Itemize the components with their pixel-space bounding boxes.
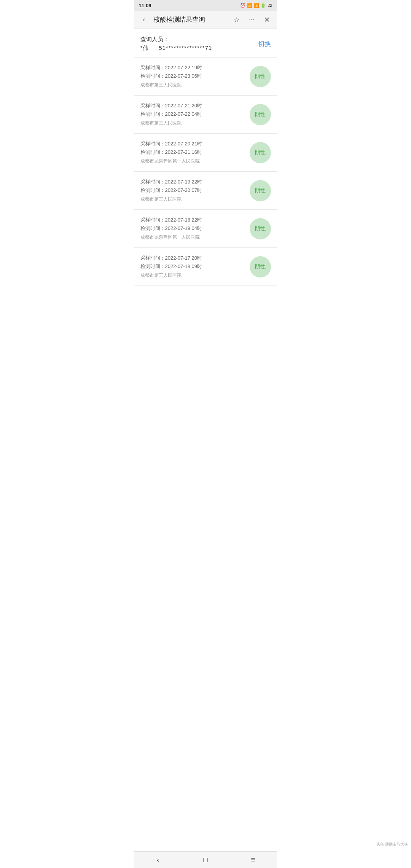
detect-time-row: 检测时间：2022-07-23 06时	[140, 73, 245, 80]
more-button[interactable]: ···	[246, 14, 258, 26]
status-time: 11:09	[139, 3, 151, 8]
sample-time-row: 采样时间：2022-07-20 21时	[140, 140, 245, 147]
hospital-name: 成都市第三人民医院	[140, 120, 245, 126]
switch-button[interactable]: 切换	[258, 40, 271, 48]
user-info-section: 查询人员： *伟 51***************71 切换	[134, 29, 277, 57]
star-icon: ☆	[234, 16, 240, 24]
result-badge: 阴性	[250, 180, 271, 201]
user-name: *伟	[140, 45, 149, 51]
detect-time-row: 检测时间：2022-07-22 04时	[140, 111, 245, 118]
detect-time-row: 检测时间：2022-07-18 09时	[140, 263, 245, 270]
signal-icon: 📶	[247, 3, 252, 8]
close-icon: ✕	[264, 16, 270, 24]
sample-time-row: 采样时间：2022-07-22 19时	[140, 64, 245, 71]
sample-time-row: 采样时间：2022-07-18 22时	[140, 217, 245, 223]
detect-time-row: 检测时间：2022-07-20 07时	[140, 187, 245, 194]
result-badge: 阴性	[250, 142, 271, 163]
wifi-icon: 📶	[254, 3, 259, 8]
hospital-name: 成都市龙泉驿区第一人民医院	[140, 158, 245, 164]
result-item: 采样时间：2022-07-19 22时 检测时间：2022-07-20 07时 …	[134, 172, 277, 210]
back-button[interactable]: ‹	[138, 14, 150, 26]
sample-time-row: 采样时间：2022-07-19 22时	[140, 179, 245, 185]
dots-icon: ···	[249, 16, 255, 24]
result-item: 采样时间：2022-07-21 20时 检测时间：2022-07-22 04时 …	[134, 96, 277, 134]
hospital-name: 成都市第三人民医院	[140, 272, 245, 279]
status-icons: ⏰ 📶 📶 🔋 22	[240, 3, 272, 8]
sample-time-row: 采样时间：2022-07-21 20时	[140, 102, 245, 109]
hospital-name: 成都市龙泉驿区第一人民医院	[140, 234, 245, 241]
hospital-name: 成都市第三人民医院	[140, 82, 245, 88]
close-button[interactable]: ✕	[261, 14, 273, 26]
result-info: 采样时间：2022-07-20 21时 检测时间：2022-07-21 16时 …	[140, 140, 245, 164]
nav-bar: ‹ 核酸检测结果查询 ☆ ··· ✕	[134, 11, 277, 29]
result-badge: 阴性	[250, 66, 271, 87]
result-item: 采样时间：2022-07-20 21时 检测时间：2022-07-21 16时 …	[134, 134, 277, 172]
result-badge: 阴性	[250, 104, 271, 125]
battery-icon: 🔋	[261, 3, 266, 8]
result-list: 采样时间：2022-07-22 19时 检测时间：2022-07-23 06时 …	[134, 57, 277, 286]
back-icon: ‹	[143, 16, 145, 24]
result-info: 采样时间：2022-07-17 20时 检测时间：2022-07-18 09时 …	[140, 255, 245, 279]
result-info: 采样时间：2022-07-21 20时 检测时间：2022-07-22 04时 …	[140, 102, 245, 126]
alarm-icon: ⏰	[240, 3, 245, 8]
user-info-label: 查询人员：	[140, 36, 212, 43]
result-info: 采样时间：2022-07-19 22时 检测时间：2022-07-20 07时 …	[140, 179, 245, 203]
battery-level: 22	[268, 3, 272, 8]
detect-time-row: 检测时间：2022-07-19 04时	[140, 225, 245, 232]
result-item: 采样时间：2022-07-18 22时 检测时间：2022-07-19 04时 …	[134, 210, 277, 248]
sample-time-row: 采样时间：2022-07-17 20时	[140, 255, 245, 262]
result-item: 采样时间：2022-07-22 19时 检测时间：2022-07-23 06时 …	[134, 57, 277, 96]
detect-time-row: 检测时间：2022-07-21 16时	[140, 149, 245, 156]
result-info: 采样时间：2022-07-22 19时 检测时间：2022-07-23 06时 …	[140, 64, 245, 88]
page-title: 核酸检测结果查询	[153, 15, 228, 24]
result-info: 采样时间：2022-07-18 22时 检测时间：2022-07-19 04时 …	[140, 217, 245, 241]
user-info-left: 查询人员： *伟 51***************71	[140, 36, 212, 52]
user-id-masked: 51***************71	[159, 45, 212, 51]
result-badge: 阴性	[250, 218, 271, 239]
hospital-name: 成都市第三人民医院	[140, 196, 245, 203]
result-badge: 阴性	[250, 256, 271, 278]
favorite-button[interactable]: ☆	[231, 14, 243, 26]
status-bar: 11:09 ⏰ 📶 📶 🔋 22	[134, 0, 277, 11]
user-info-detail: *伟 51***************71	[140, 45, 212, 52]
result-item: 采样时间：2022-07-17 20时 检测时间：2022-07-18 09时 …	[134, 248, 277, 286]
